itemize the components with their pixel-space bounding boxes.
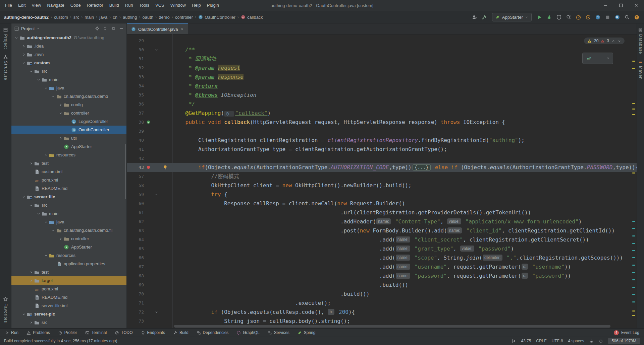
stripe-mark[interactable] — [632, 257, 635, 258]
line-number[interactable]: 67 — [127, 264, 144, 269]
code-text[interactable]: * @throws IOException — [172, 90, 637, 99]
tree-item-resources[interactable]: resources — [11, 151, 126, 159]
url-mapping-icon[interactable] — [144, 120, 153, 124]
menu-item-view[interactable]: View — [29, 0, 44, 11]
line-number[interactable]: 66 — [127, 255, 144, 260]
code-text[interactable]: .build()) — [172, 289, 637, 298]
chevron-right-icon[interactable] — [28, 321, 34, 325]
tree-item-src[interactable]: src — [11, 201, 126, 209]
line-number[interactable]: 37 — [127, 111, 144, 116]
help-button[interactable]: ? — [594, 14, 601, 20]
settings-gear-icon[interactable] — [111, 26, 116, 31]
chevron-down-icon[interactable] — [50, 228, 56, 232]
breadcrumb-item-cn[interactable]: cn — [113, 15, 117, 20]
tree-item-custom[interactable]: custom — [11, 59, 126, 67]
close-icon[interactable] — [606, 57, 610, 60]
code-text[interactable]: * @return — [172, 81, 637, 90]
stripe-mark[interactable] — [632, 265, 635, 266]
menu-item-run[interactable]: Run — [122, 0, 136, 11]
code-text[interactable]: AuthorizationGrantType type = clientRegi… — [172, 145, 637, 154]
event-log-button[interactable]: 4 Event Log — [614, 330, 639, 335]
chevron-down-icon[interactable] — [58, 111, 63, 115]
code-text[interactable]: OkHttpClient client = new OkHttpClient()… — [172, 181, 637, 190]
tool-window-button-run[interactable]: Run — [5, 330, 18, 335]
breadcrumb-item-java[interactable]: java — [99, 15, 107, 20]
code-text[interactable]: .build()) — [172, 280, 637, 289]
stripe-mark[interactable] — [632, 235, 635, 236]
breadcrumb-item-src[interactable]: src — [73, 15, 79, 20]
line-number[interactable]: 63 — [127, 228, 144, 233]
chevron-down-icon[interactable] — [28, 203, 34, 207]
tree-item-server-file[interactable]: server-file — [11, 193, 126, 201]
code-text[interactable]: .add(name: "scope", String.join(delimite… — [172, 253, 637, 262]
tree-item-pom.xml[interactable]: mpom.xml — [11, 176, 126, 184]
line-number[interactable]: 40 — [127, 138, 144, 143]
close-tab-icon[interactable] — [180, 27, 184, 31]
code-text[interactable]: */ — [172, 99, 637, 109]
tree-item-server-pic[interactable]: server-pic — [11, 310, 126, 318]
url-inlay-widget[interactable] — [224, 111, 234, 117]
line-number[interactable]: 60 — [127, 201, 144, 206]
stripe-mark[interactable] — [632, 310, 635, 312]
tree-item-test[interactable]: test — [11, 268, 126, 276]
line-number[interactable]: 73 — [127, 319, 144, 324]
code-text[interactable]: /** — [172, 45, 637, 54]
fold-arrow-icon[interactable] — [153, 310, 160, 314]
intention-bulb-icon[interactable] — [160, 165, 172, 170]
line-number[interactable]: 70 — [127, 291, 144, 296]
tree-item-java[interactable]: java — [11, 218, 126, 226]
chevron-down-icon[interactable] — [21, 312, 26, 316]
chevron-right-icon[interactable] — [43, 153, 49, 157]
stripe-mark[interactable] — [632, 172, 635, 174]
tool-window-button-spring[interactable]: Spring — [298, 330, 316, 335]
code-text[interactable]: * 回调地址 — [172, 54, 637, 63]
tree-item-controller[interactable]: controller — [11, 234, 126, 243]
stripe-mark[interactable] — [632, 109, 635, 110]
stripe-mark[interactable] — [632, 61, 635, 62]
code-text[interactable]: .add(name: "username", request.getParame… — [172, 262, 637, 271]
search-everywhere-button[interactable] — [624, 14, 630, 20]
caret-position[interactable]: 43:75 — [521, 339, 531, 343]
code-text[interactable]: String json = callResp.body().string(); — [172, 317, 637, 326]
tree-item-appstarter[interactable]: AppStarter — [11, 243, 126, 251]
line-number[interactable]: 42 — [127, 156, 144, 161]
tool-window-button-dependencies[interactable]: Dependencies — [197, 330, 229, 335]
run-button[interactable] — [536, 14, 543, 20]
menu-item-tools[interactable]: Tools — [136, 0, 152, 11]
code-text[interactable]: if (Objects.equals(callResp.code(), b: 2… — [172, 307, 637, 317]
chevron-right-icon[interactable] — [58, 136, 63, 140]
code-text[interactable]: * @param request — [172, 63, 637, 72]
code-text[interactable]: ClientRegistration clientRegistration = … — [172, 136, 637, 145]
line-number[interactable]: 38 — [127, 120, 144, 125]
tool-window-button-build[interactable]: Build — [173, 330, 189, 335]
tool-window-button-todo[interactable]: TODO — [115, 330, 132, 335]
stripe-mark[interactable] — [632, 287, 635, 288]
code-text[interactable]: .add(name: "password", request.getParame… — [172, 271, 637, 280]
chevron-down-icon[interactable] — [21, 61, 26, 65]
line-number[interactable]: 58 — [127, 183, 144, 188]
tree-item-custom.iml[interactable]: custom.iml — [11, 167, 126, 176]
tree-item-logincontroller[interactable]: CLoginController — [11, 117, 126, 126]
find-action-button[interactable] — [614, 14, 621, 20]
line-number[interactable]: 30 — [127, 47, 144, 52]
stripe-mark[interactable] — [632, 272, 635, 273]
collapse-all-icon[interactable] — [103, 26, 108, 31]
tree-item-src[interactable]: src — [11, 318, 126, 327]
tree-item-application.properties[interactable]: application.properties — [11, 260, 126, 268]
tool-window-button-terminal[interactable]: Terminal — [85, 330, 107, 335]
maximize-button[interactable] — [613, 0, 629, 11]
menu-item-window[interactable]: Window — [167, 0, 189, 11]
minimize-button[interactable] — [598, 0, 613, 11]
stripe-mark[interactable] — [632, 114, 635, 115]
close-button[interactable] — [629, 0, 644, 11]
line-number[interactable]: 35 — [127, 92, 144, 97]
chevron-right-icon[interactable] — [58, 237, 63, 241]
line-separator[interactable]: CRLF — [536, 339, 546, 343]
code-text[interactable]: public void callback(HttpServletRequest … — [172, 118, 637, 127]
chevron-down-icon[interactable] — [37, 27, 40, 30]
stripe-mark[interactable] — [632, 228, 635, 229]
code-text[interactable]: .add(name: "grant_type", value: "passwor… — [172, 244, 637, 253]
breadcrumb-item-oauthcontroller[interactable]: COauthController — [198, 15, 235, 20]
menu-item-refactor[interactable]: Refactor — [84, 0, 106, 11]
tree-item-pom.xml[interactable]: mpom.xml — [11, 285, 126, 293]
